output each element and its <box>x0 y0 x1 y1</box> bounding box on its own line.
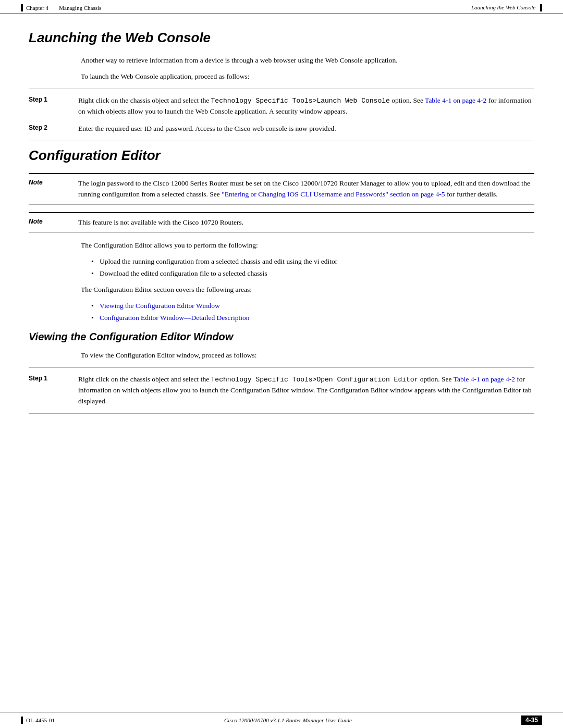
section3-step1-label: Step 1 <box>29 374 78 382</box>
section2-bullets1: Upload the running configuration from a … <box>91 256 534 279</box>
step1-text-before: Right click on the chassis object and se… <box>78 96 211 104</box>
footer-left-text: OL-4455-01 <box>26 717 55 723</box>
section1-intro1: Another way to retrieve information from… <box>81 55 534 66</box>
section2-note2: Note This feature is not available with … <box>29 212 534 233</box>
note1-content: The login password to the Cisco 12000 Se… <box>78 178 534 200</box>
footer-center-text: Cisco 12000/10700 v3.1.1 Router Manager … <box>224 717 352 723</box>
section3-step1-text-before: Right click on the chassis object and se… <box>78 375 211 383</box>
section2-body2: The Configuration Editor section covers … <box>81 285 534 295</box>
page-header: Chapter 4 Managing Chassis Launching the… <box>0 0 563 14</box>
note1-link[interactable]: "Entering or Changing IOS CLI Username a… <box>222 190 445 198</box>
note1-label: Note <box>29 178 78 186</box>
section1-step2: Step 2 Enter the required user ID and pa… <box>29 124 534 134</box>
page-footer: OL-4455-01 Cisco 12000/10700 v3.1.1 Rout… <box>0 712 563 728</box>
section3-step1-mono: Technology Specific Tools>Open Configura… <box>211 376 419 384</box>
section3-step1-text-after1: option. See <box>418 375 453 383</box>
step1-mono: Technology Specific Tools>Launch Web Con… <box>211 97 390 105</box>
footer-left-bar <box>21 717 23 724</box>
step1-label: Step 1 <box>29 95 78 103</box>
header-left-bar <box>21 4 23 11</box>
step1-content: Right click on the chassis object and se… <box>78 95 534 117</box>
section2-note1: Note The login password to the Cisco 120… <box>29 173 534 205</box>
bullet2-link1[interactable]: Viewing the Configuration Editor Window <box>100 302 220 310</box>
footer-right: 4-35 <box>521 715 542 725</box>
bullet1-item1: Upload the running configuration from a … <box>91 256 534 267</box>
bullet2-item1[interactable]: Viewing the Configuration Editor Window <box>91 301 534 312</box>
section3-title: Viewing the Configuration Editor Window <box>29 331 534 343</box>
step2-content: Enter the required user ID and password.… <box>78 124 534 134</box>
section1-rule-bottom <box>29 141 534 141</box>
step1-link[interactable]: Table 4-1 on page 4-2 <box>425 96 486 104</box>
section1-title: Launching the Web Console <box>29 30 534 46</box>
section3-step1-link[interactable]: Table 4-1 on page 4-2 <box>454 375 515 383</box>
section2-body1: The Configuration Editor allows you to p… <box>81 240 534 251</box>
header-chapter-topic: Managing Chassis <box>59 5 101 11</box>
section3-step1: Step 1 Right click on the chassis object… <box>29 374 534 407</box>
footer-page-num: 4-35 <box>521 715 542 725</box>
section1-rule-top <box>29 89 534 89</box>
header-right-bar <box>540 4 542 11</box>
header-chapter: Chapter 4 <box>26 5 48 11</box>
section3-rule-bottom <box>29 413 534 414</box>
section3-intro: To view the Configuration Editor window,… <box>81 350 534 361</box>
header-left: Chapter 4 Managing Chassis <box>21 4 101 11</box>
step1-text-after1: option. See <box>390 96 425 104</box>
section1-intro2: To launch the Web Console application, p… <box>81 71 534 82</box>
section2-bullets2: Viewing the Configuration Editor Window … <box>91 301 534 324</box>
note2-content: This feature is not available with the C… <box>78 217 534 228</box>
bullet1-item2: Download the edited configuration file t… <box>91 268 534 279</box>
note1-text-after: for further details. <box>445 190 498 198</box>
header-right: Launching the Web Console <box>471 4 542 11</box>
section2-title: Configuration Editor <box>29 147 534 164</box>
bullet2-link2[interactable]: Configuration Editor Window—Detailed Des… <box>100 314 250 322</box>
step2-label: Step 2 <box>29 124 78 131</box>
section3-step1-content: Right click on the chassis object and se… <box>78 374 534 407</box>
footer-center: Cisco 12000/10700 v3.1.1 Router Manager … <box>224 717 352 723</box>
note2-label: Note <box>29 217 78 225</box>
bullet2-item2[interactable]: Configuration Editor Window—Detailed Des… <box>91 313 534 324</box>
section1-step1: Step 1 Right click on the chassis object… <box>29 95 534 117</box>
section3-rule-top <box>29 367 534 368</box>
footer-left: OL-4455-01 <box>21 717 55 724</box>
header-right-text: Launching the Web Console <box>471 4 535 10</box>
main-content: Launching the Web Console Another way to… <box>0 14 563 451</box>
